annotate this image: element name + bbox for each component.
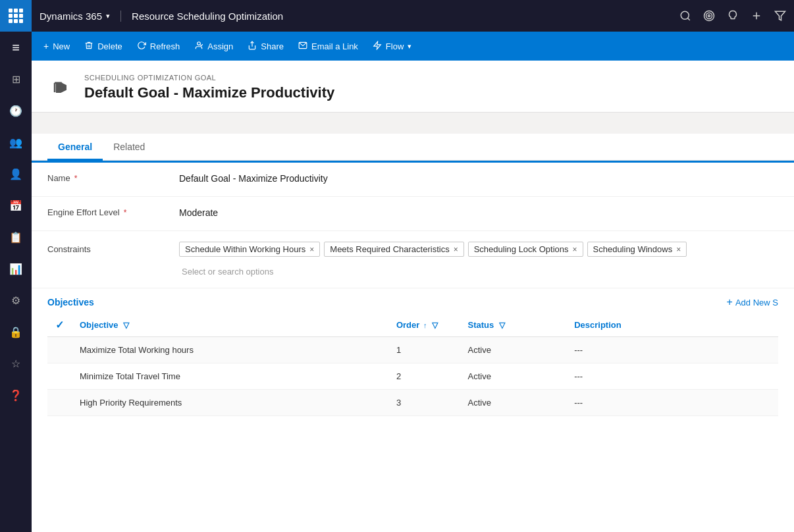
constraint-tag-0-remove[interactable]: × xyxy=(309,246,314,253)
nav-chart-icon[interactable]: 📊 xyxy=(0,253,32,284)
add-new-plus-icon: + xyxy=(727,296,733,308)
svg-point-4 xyxy=(708,15,710,17)
new-button[interactable]: + New xyxy=(37,37,76,55)
share-icon xyxy=(248,41,257,52)
refresh-label: Refresh xyxy=(150,41,180,51)
objectives-header: Objectives + Add New S xyxy=(47,288,778,313)
constraint-tag-0-label: Schedule Within Working Hours xyxy=(185,244,305,254)
nav-list-icon[interactable]: 📋 xyxy=(0,221,32,253)
bulb-button[interactable] xyxy=(727,10,739,22)
share-label: Share xyxy=(261,41,284,51)
svg-point-8 xyxy=(198,41,201,45)
name-field: Name * Default Goal - Maximize Productiv… xyxy=(32,163,794,197)
nav-calendar-icon[interactable]: 📅 xyxy=(0,190,32,221)
target-button[interactable] xyxy=(703,10,715,22)
name-required-star: * xyxy=(74,174,78,183)
row-0-check xyxy=(47,337,72,363)
refresh-button[interactable]: Refresh xyxy=(130,37,187,56)
add-new-label: Add New S xyxy=(735,298,778,307)
flow-chevron-icon: ▾ xyxy=(408,42,411,51)
plus-button[interactable] xyxy=(751,10,762,22)
share-button[interactable]: Share xyxy=(241,37,290,56)
assign-icon xyxy=(194,41,203,52)
search-button[interactable] xyxy=(679,10,691,22)
flow-button[interactable]: Flow ▾ xyxy=(366,37,418,56)
record-title-block: SCHEDULING OPTIMIZATION GOAL Default Goa… xyxy=(84,74,334,101)
assign-label: Assign xyxy=(207,41,233,51)
filter-button[interactable] xyxy=(774,10,786,22)
constraints-container: Schedule Within Working Hours × Meets Re… xyxy=(179,242,778,279)
constraints-value: Schedule Within Working Hours × Meets Re… xyxy=(179,240,778,279)
table-row[interactable]: High Priority Requirements 3 Active --- xyxy=(47,390,778,416)
record-name: Default Goal - Maximize Productivity xyxy=(84,84,334,101)
constraint-tag-2-remove[interactable]: × xyxy=(573,246,577,253)
table-row[interactable]: Minimize Total Travel Time 2 Active --- xyxy=(47,363,778,390)
status-col-label: Status xyxy=(467,320,494,330)
constraint-tag-0: Schedule Within Working Hours × xyxy=(179,242,320,257)
nav-contacts-icon[interactable]: 👥 xyxy=(0,126,32,158)
delete-icon xyxy=(84,41,93,52)
tab-related[interactable]: Related xyxy=(103,134,155,161)
row-1-objective: Minimize Total Travel Time xyxy=(72,363,388,390)
nav-rail: ≡ ⊞ 🕐 👥 👤 📅 📋 📊 ⚙ 🔒 ☆ ❓ xyxy=(0,0,32,532)
engine-effort-label: Engine Effort Level * xyxy=(47,206,179,217)
objective-filter-icon[interactable]: ▽ xyxy=(123,321,129,330)
top-bar: Dynamics 365 ▾ Resource Scheduling Optim… xyxy=(32,0,794,32)
row-2-objective: High Priority Requirements xyxy=(72,390,388,416)
nav-menu-icon[interactable]: ≡ xyxy=(0,32,32,63)
brand-label: Dynamics 365 xyxy=(40,11,102,22)
record-type: SCHEDULING OPTIMIZATION GOAL xyxy=(84,74,334,82)
brand-button[interactable]: Dynamics 365 ▾ xyxy=(40,11,121,22)
refresh-icon xyxy=(137,41,146,52)
col-header-description[interactable]: Description xyxy=(566,313,778,337)
tab-general[interactable]: General xyxy=(47,134,103,161)
form-section: Name * Default Goal - Maximize Productiv… xyxy=(32,161,794,532)
svg-point-0 xyxy=(681,11,689,19)
status-filter-icon[interactable]: ▽ xyxy=(499,321,505,330)
check-icon: ✓ xyxy=(55,319,64,331)
constraint-tag-2-label: Scheduling Lock Options xyxy=(474,244,569,254)
constraint-tag-1-label: Meets Required Characteristics xyxy=(330,244,449,254)
email-button[interactable]: Email a Link xyxy=(292,37,365,56)
page-title: Resource Scheduling Optimization xyxy=(132,11,679,22)
nav-person-icon[interactable]: 👤 xyxy=(0,158,32,190)
email-label: Email a Link xyxy=(311,41,358,51)
objectives-title: Objectives xyxy=(47,297,94,307)
delete-label: Delete xyxy=(97,41,122,51)
nav-help-icon[interactable]: ❓ xyxy=(0,379,32,411)
nav-settings-icon[interactable]: ⚙ xyxy=(0,284,32,316)
assign-button[interactable]: Assign xyxy=(188,37,240,56)
order-filter-icon[interactable]: ▽ xyxy=(432,321,438,330)
constraints-label: Constraints xyxy=(47,240,179,254)
row-0-order: 1 xyxy=(388,337,460,363)
constraints-search[interactable]: Select or search options xyxy=(179,265,276,279)
col-header-status[interactable]: Status ▽ xyxy=(460,313,566,337)
constraint-tag-2: Scheduling Lock Options × xyxy=(468,242,583,257)
engine-effort-value[interactable]: Moderate xyxy=(179,206,778,218)
col-header-check[interactable]: ✓ xyxy=(47,313,72,337)
col-header-order[interactable]: Order ↑ ▽ xyxy=(388,313,460,337)
col-header-objective[interactable]: Objective ▽ xyxy=(72,313,388,337)
email-icon xyxy=(298,41,307,52)
add-new-button[interactable]: + Add New S xyxy=(727,296,778,308)
name-label: Name * xyxy=(47,172,179,183)
description-col-label: Description xyxy=(574,320,622,330)
constraint-tag-3: Scheduling Windows × xyxy=(587,242,687,257)
nav-star-icon[interactable]: ☆ xyxy=(0,348,32,379)
name-value[interactable]: Default Goal - Maximize Productivity xyxy=(179,172,778,184)
delete-button[interactable]: Delete xyxy=(78,37,129,56)
flow-icon xyxy=(373,41,382,52)
nav-recent-icon[interactable]: 🕐 xyxy=(0,95,32,126)
waffle-button[interactable] xyxy=(0,0,32,32)
constraint-tag-1-remove[interactable]: × xyxy=(454,246,458,253)
row-2-status: Active xyxy=(460,390,566,416)
row-1-check xyxy=(47,363,72,390)
gray-divider xyxy=(32,113,794,134)
flow-label: Flow xyxy=(386,41,404,51)
constraint-tag-3-remove[interactable]: × xyxy=(676,246,681,253)
nav-home-icon[interactable]: ⊞ xyxy=(0,63,32,95)
row-2-order: 3 xyxy=(388,390,460,416)
nav-admin-icon[interactable]: 🔒 xyxy=(0,316,32,348)
table-row[interactable]: Maximize Total Working hours 1 Active --… xyxy=(47,337,778,363)
main-container: Dynamics 365 ▾ Resource Scheduling Optim… xyxy=(32,0,794,532)
